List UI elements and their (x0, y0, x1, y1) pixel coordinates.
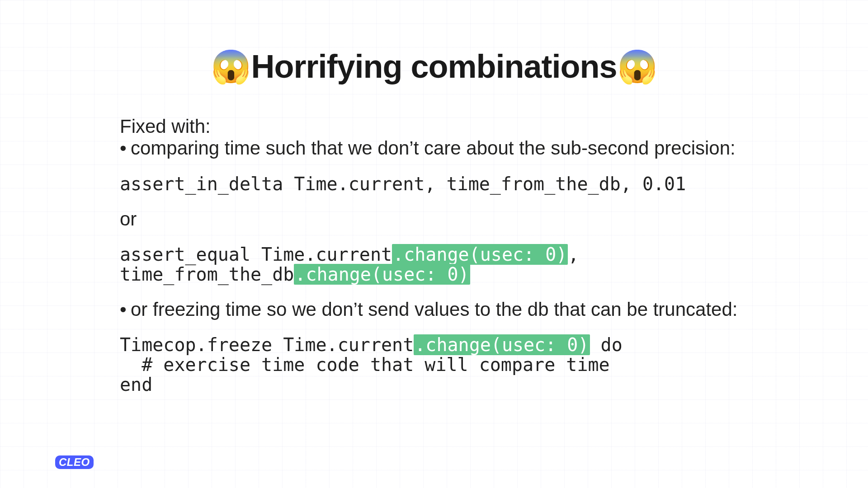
code3-line1-pre: Timecop.freeze Time.current (120, 334, 414, 355)
bullet-2: • or freezing time so we don’t send valu… (120, 299, 778, 320)
scream-emoji-right: 😱 (617, 48, 657, 84)
code3-line3: end (120, 374, 152, 395)
or-separator: or (120, 208, 778, 230)
title-text: Horrifying combinations (251, 48, 617, 84)
code2-highlight-1: .change(usec: 0) (392, 244, 568, 265)
slide: 😱Horrifying combinations😱 Fixed with: • … (0, 0, 868, 488)
bullet-2-text: or freezing time so we don’t send values… (131, 299, 737, 320)
code3-line2: # exercise time code that will compare t… (120, 354, 610, 375)
code-block-1: assert_in_delta Time.current, time_from_… (120, 174, 778, 194)
code2-line1-post: , (568, 244, 579, 265)
code2-line1-pre: assert_equal Time.current (120, 244, 392, 265)
scream-emoji-left: 😱 (211, 48, 251, 84)
code2-line2-pre: time_from_the_db (120, 264, 294, 285)
slide-content: Fixed with: • comparing time such that w… (120, 116, 778, 409)
code3-line1-post: do (590, 334, 623, 355)
slide-title: 😱Horrifying combinations😱 (0, 47, 868, 86)
bullet-1-text: comparing time such that we don’t care a… (131, 137, 736, 159)
bullet-dot: • (120, 137, 131, 159)
bullet-dot: • (120, 299, 131, 320)
code2-highlight-2: .change(usec: 0) (294, 264, 470, 285)
cleo-logo: CLEO (55, 455, 94, 469)
bullet-1: • comparing time such that we don’t care… (120, 137, 778, 159)
intro-line: Fixed with: (120, 116, 778, 137)
code3-highlight: .change(usec: 0) (414, 334, 590, 355)
code-block-3: Timecop.freeze Time.current.change(usec:… (120, 335, 778, 394)
code-block-2: assert_equal Time.current.change(usec: 0… (120, 244, 778, 284)
